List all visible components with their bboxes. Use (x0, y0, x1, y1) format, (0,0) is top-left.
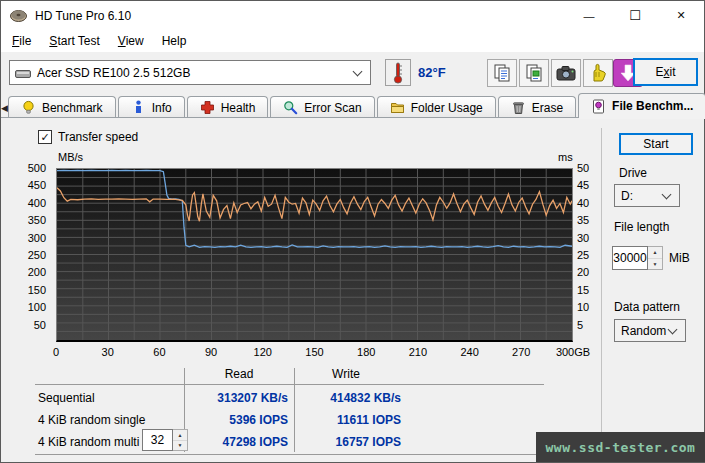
axis-tick-label: 240 (460, 346, 478, 358)
axis-tick-label: 45 (577, 179, 589, 191)
row-label-random-multi: 4 KiB random multi (38, 435, 139, 449)
random-single-write-value: 11611 IOPS (337, 413, 401, 427)
file-length-spin-buttons[interactable]: ▲ ▼ (648, 246, 663, 270)
axis-tick-label: 20 (577, 266, 589, 278)
axis-tick-label: 450 (28, 179, 46, 191)
drive-select-combobox[interactable]: Acer SSD RE100 2.5 512GB (9, 60, 371, 85)
file-length-label: File length (614, 220, 669, 234)
tab-benchmark[interactable]: Benchmark (8, 96, 116, 118)
app-disk-icon (10, 9, 27, 23)
tab-label: Health (221, 101, 256, 115)
thermometer-icon (393, 62, 403, 84)
right-axis-title: ms (558, 151, 573, 163)
window-controls: — ☐ ✕ (566, 1, 704, 30)
axis-tick-label: 60 (153, 346, 165, 358)
hand-icon (588, 63, 608, 83)
tab-health[interactable]: Health (187, 96, 269, 118)
maximize-button[interactable]: ☐ (612, 1, 658, 30)
axis-tick-label: 210 (409, 346, 427, 358)
copy-image-button[interactable] (519, 59, 549, 87)
random-multi-write-value: 16757 IOPS (336, 435, 401, 449)
chevron-down-icon (668, 324, 678, 334)
health-cross-icon (200, 100, 215, 115)
tab-info[interactable]: Info (118, 96, 185, 118)
queue-depth-stepper[interactable]: 32 ▲ ▼ (142, 429, 188, 451)
title-bar: HD Tune Pro 6.10 — ☐ ✕ (1, 1, 704, 30)
menu-help[interactable]: Help (153, 31, 196, 51)
tab-label: Error Scan (304, 101, 361, 115)
sequential-read-value: 313207 KB/s (217, 391, 288, 405)
data-pattern-combobox[interactable]: Random (614, 319, 686, 342)
random-multi-read-value: 47298 IOPS (223, 435, 288, 449)
axis-tick-label: 0 (53, 346, 59, 358)
tab-label: Folder Usage (411, 101, 483, 115)
start-button[interactable]: Start (619, 133, 693, 155)
queue-depth-spin-buttons[interactable]: ▲ ▼ (173, 429, 188, 451)
axis-tick-label: 15 (577, 284, 589, 296)
axis-tick-label: 100 (28, 301, 46, 313)
table-header-rule (35, 384, 544, 385)
spin-down-icon[interactable]: ▼ (173, 441, 187, 451)
tab-file-benchmark[interactable]: File Benchm... (578, 93, 705, 118)
axis-tick-label: 150 (28, 284, 46, 296)
menu-view[interactable]: View (109, 31, 153, 51)
tab-error-scan[interactable]: Error Scan (270, 96, 374, 118)
table-divider-2 (294, 368, 295, 452)
file-length-stepper[interactable]: 30000 ▲ ▼ (612, 246, 663, 270)
close-button[interactable]: ✕ (658, 1, 704, 30)
donate-button[interactable] (583, 59, 613, 87)
axis-tick-label: 300GB (556, 346, 590, 358)
copy-text-button[interactable] (487, 59, 517, 87)
spin-up-icon[interactable]: ▲ (648, 247, 662, 259)
screenshot-button[interactable] (551, 59, 581, 87)
bulb-icon (21, 100, 36, 115)
menu-file[interactable]: File (3, 31, 40, 51)
right-axis-ticks: 5045403530252015105 (577, 168, 605, 342)
axis-tick-label: 30 (577, 232, 589, 244)
axis-tick-label: 400 (28, 197, 46, 209)
tab-erase[interactable]: Erase (498, 96, 576, 118)
transfer-speed-checkbox[interactable]: ✓ (38, 130, 52, 144)
tab-label: Info (152, 101, 172, 115)
exit-button[interactable]: Exit (633, 58, 698, 86)
file-length-value[interactable]: 30000 (612, 246, 648, 270)
queue-depth-value[interactable]: 32 (142, 429, 173, 451)
file-benchmark-panel: ✓ Transfer speed MB/s ms 500450400350300… (1, 117, 704, 462)
tab-folder-usage[interactable]: Folder Usage (377, 96, 496, 118)
transfer-speed-option[interactable]: ✓ Transfer speed (38, 130, 138, 144)
x-axis-ticks: 0306090120150180210240270300GB (56, 346, 573, 360)
watermark-banner: www.ssd-tester.com (536, 432, 705, 462)
tab-label: Erase (532, 101, 563, 115)
file-length-unit: MiB (669, 251, 690, 265)
random-single-read-value: 5396 IOPS (229, 413, 288, 427)
axis-tick-label: 35 (577, 214, 589, 226)
magnifier-icon (283, 100, 298, 115)
axis-tick-label: 30 (102, 346, 114, 358)
toolbar: Acer SSD RE100 2.5 512GB 82°F (1, 52, 704, 93)
transfer-speed-chart (56, 168, 573, 342)
axis-tick-label: 200 (28, 266, 46, 278)
menu-start-test[interactable]: Start Test (40, 31, 108, 51)
camera-icon (556, 65, 576, 81)
temperature-button[interactable] (385, 59, 411, 86)
hd-tune-window: HD Tune Pro 6.10 — ☐ ✕ File Start Test V… (0, 0, 705, 463)
file-benchmark-icon (591, 99, 606, 114)
row-label-random-single: 4 KiB random single (38, 413, 145, 427)
axis-tick-label: 300 (28, 232, 46, 244)
info-icon (131, 100, 146, 115)
drive-combobox[interactable]: D: (614, 184, 680, 207)
tab-label: File Benchm... (612, 99, 693, 113)
chevron-down-icon (662, 189, 672, 199)
tab-scroll-left[interactable]: ◀ (1, 98, 8, 118)
trash-icon (511, 100, 526, 115)
axis-tick-label: 180 (357, 346, 375, 358)
spin-down-icon[interactable]: ▼ (648, 259, 662, 270)
data-pattern-value: Random (615, 324, 669, 338)
spin-up-icon[interactable]: ▲ (173, 430, 187, 441)
table-bottom-rule (35, 454, 544, 455)
copy-image-icon (524, 63, 544, 83)
axis-tick-label: 25 (577, 249, 589, 261)
axis-tick-label: 50 (34, 319, 46, 331)
minimize-button[interactable]: — (566, 1, 612, 30)
axis-tick-label: 5 (577, 319, 583, 331)
